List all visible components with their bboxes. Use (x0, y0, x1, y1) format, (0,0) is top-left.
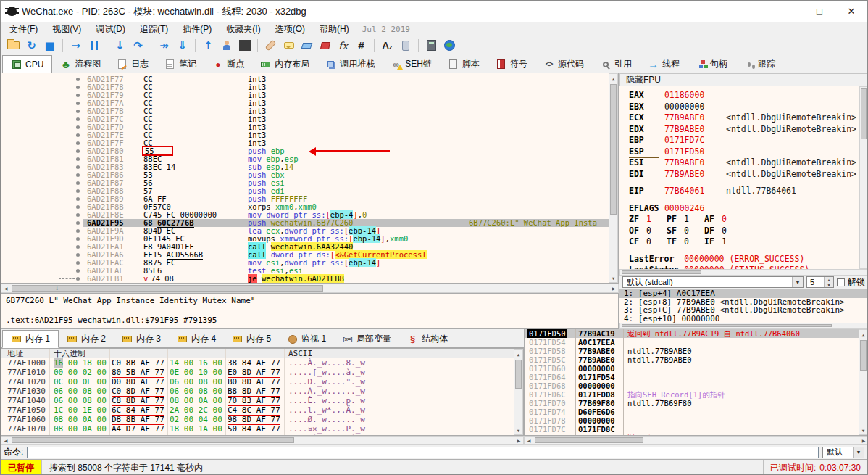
disasm-row[interactable]: 6AD21FB1v74 08je wechatwin.6AD21FBB (1, 275, 618, 283)
scroll-up-icon[interactable]: ▲ (859, 330, 867, 339)
menu-item[interactable]: 视图(V) (45, 23, 88, 36)
scroll-thumb[interactable] (535, 437, 643, 443)
tab-调用堆栈[interactable]: 调用堆栈 (317, 56, 383, 73)
run-to-user-code-icon[interactable] (155, 37, 173, 54)
argument-row[interactable]: 4: [esp+10] 00000000 (619, 315, 868, 323)
call-arguments-list[interactable]: 1: [esp+4] A0C17EEA2: [esp+8] 77B9ABE0 <… (619, 289, 868, 323)
scroll-left-icon[interactable]: ◀ (525, 437, 533, 444)
dump-row[interactable]: 77AF107008 00 0A 00A4 D7 AF 7718 00 1A 0… (1, 424, 523, 434)
tab-流程图[interactable]: 流程图 (52, 56, 109, 73)
stack-row[interactable]: 0171FD5C77B9ABE0ntdll.77B9ABE0 (525, 355, 868, 364)
disassembly-hscrollbar[interactable]: ◀ ▶ ↓ (1, 284, 619, 293)
bottom-tab-内存 5[interactable]: 内存 5 (224, 331, 279, 347)
argument-depth-spinner[interactable]: 5 ▲▼ (806, 276, 834, 288)
spin-up-icon[interactable]: ▲ (825, 277, 833, 282)
argument-row[interactable]: 3: [esp+C] 77B9ABE0 <ntdll.DbgUiRemoteBr… (619, 306, 868, 315)
stack-row[interactable]: 0171FD5877B9ABE0ntdll.77B9ABE0 (525, 347, 868, 355)
run-icon[interactable] (67, 37, 85, 54)
scroll-thumb[interactable] (622, 324, 832, 327)
tab-跟踪[interactable]: 跟踪 (735, 56, 783, 73)
registers-vscrollbar[interactable] (859, 86, 868, 269)
strings-icon[interactable] (235, 37, 254, 54)
scroll-up-icon[interactable]: ▲ (609, 74, 617, 83)
register-row[interactable]: EBP 0171FD7C (619, 135, 868, 146)
disassembly-vscrollbar[interactable]: ▲ ▼ (609, 73, 618, 283)
bottom-tab-结构体[interactable]: 结构体 (399, 331, 456, 347)
scroll-left-icon[interactable]: ◀ (1, 437, 10, 444)
register-row[interactable]: EIP 77B64061ntdll.77B64061 (619, 186, 868, 197)
registers-hscrollbar[interactable] (619, 269, 868, 276)
assemble-icon[interactable] (378, 37, 396, 54)
step-into-icon[interactable] (111, 37, 129, 54)
unlock-checkbox[interactable] (837, 278, 845, 286)
dump-row[interactable]: 77AF103006 00 08 00C0 8D AF 7706 00 08 0… (1, 387, 523, 396)
register-row[interactable]: ECX 77B9ABE0<ntdll.DbgUiRemoteBreakin> (619, 112, 868, 124)
bottom-tab-内存 1[interactable]: 内存 1 (2, 330, 59, 348)
argument-row[interactable]: 1: [esp+4] A0C17EEA (619, 289, 868, 298)
hash-icon[interactable] (352, 37, 370, 54)
scroll-thumb[interactable] (610, 84, 617, 215)
register-row[interactable]: ESI 77B9ABE0<ntdll.DbgUiRemoteBreakin> (619, 157, 868, 169)
register-row[interactable]: EAX 01186000 (619, 90, 868, 102)
dump-row[interactable]: 77AF10501C 00 1E 006C 84 AF 772A 00 2C 0… (1, 405, 523, 415)
menu-item[interactable]: 帮助(H) (312, 23, 356, 36)
function-icon[interactable] (334, 37, 352, 54)
scroll-thumb[interactable] (860, 340, 867, 371)
stack-row[interactable]: 0171FD640171FD54 (525, 373, 868, 381)
disassembly-view[interactable]: 6AD21F77CCint36AD21F78CCint36AD21F79CCin… (1, 73, 619, 284)
register-row[interactable]: EFLAGS 00000246 (619, 203, 868, 215)
spin-down-icon[interactable]: ▼ (825, 282, 833, 287)
stack-row[interactable]: 0171FD74D60FE6D6 (525, 408, 868, 416)
bottom-tab-内存 4[interactable]: 内存 4 (169, 331, 224, 347)
calculator-icon[interactable] (422, 37, 441, 54)
scroll-left-icon[interactable]: ◀ (1, 284, 10, 292)
command-mode-select[interactable]: 默认 ▼ (822, 447, 864, 458)
stack-row[interactable]: 0171FD6C0171FDD8指向SEH_Record[1]的指针 (525, 390, 868, 399)
tab-句柄[interactable]: 句柄 (688, 56, 735, 73)
bottom-tab-局部变量[interactable]: 局部变量 (334, 331, 399, 347)
minimize-button[interactable]: — (772, 1, 804, 22)
stack-vscrollbar[interactable]: ▲ ▼ (859, 329, 868, 435)
bottom-tab-内存 3[interactable]: 内存 3 (114, 331, 169, 347)
bottom-tab-监视 1[interactable]: 监视 1 (279, 331, 334, 347)
stack-row[interactable]: 0171FD6000000000 (525, 364, 868, 373)
dump-row[interactable]: 77AF106008 00 0A 00D8 8B AF 7702 00 04 0… (1, 415, 523, 424)
scroll-right-icon[interactable]: ▶ (859, 437, 868, 444)
restart-icon[interactable] (22, 37, 41, 54)
stack-row[interactable]: 0171FD6800000000 (525, 381, 868, 390)
stack-row[interactable]: 0171FD7077B69F80ntdll.77B69F80 (525, 399, 868, 408)
chevron-down-icon[interactable]: ▼ (853, 447, 864, 458)
scroll-thumb[interactable] (515, 360, 522, 389)
step-over-icon[interactable] (129, 37, 147, 54)
register-row[interactable]: EBX 00000000 (619, 102, 868, 113)
memory-dump-view[interactable]: 地址 十六进制 ASCII 77AF100016 00 18 00C0 8B A… (1, 348, 524, 436)
register-row[interactable]: LastError 00000000 (ERROR_SUCCESS) (619, 254, 868, 265)
register-row[interactable]: CF0TF0IF1 (619, 236, 868, 248)
register-row[interactable]: EDX 77B9ABE0<ntdll.DbgUiRemoteBreakin> (619, 124, 868, 136)
hide-fpu-button[interactable]: 隐藏FPU (619, 73, 868, 86)
stack-row[interactable]: 0171FD7C0171FD8C (525, 425, 868, 434)
stack-row[interactable]: 0171FD7800000000 (525, 416, 868, 425)
pause-icon[interactable] (85, 37, 103, 54)
tab-内存布局[interactable]: 内存布局 (252, 56, 317, 73)
register-row[interactable]: ZF1PF1AF0 (619, 214, 868, 226)
register-row[interactable]: OF0SF0DF0 (619, 226, 868, 237)
dump-row[interactable]: 77AF104006 00 08 00C8 8D AF 7708 00 0A 0… (1, 396, 523, 405)
execute-till-return-icon[interactable] (199, 37, 217, 54)
scroll-down-icon[interactable]: ▼ (514, 426, 522, 434)
scroll-up-icon[interactable]: ▲ (514, 350, 522, 358)
labels-icon[interactable] (298, 37, 316, 54)
call-phone-icon[interactable] (396, 37, 414, 54)
scroll-right-icon[interactable]: ▶ (514, 437, 523, 444)
stack-row[interactable]: 0171FD54A0C17EEA (525, 338, 868, 347)
globe-icon[interactable] (441, 37, 459, 54)
stack-row[interactable]: 0171FD5077B9AC19返回到 ntdll.77B9AC19 自 ntd… (525, 329, 868, 338)
stack-hscrollbar[interactable]: ◀ ▶ (524, 436, 868, 445)
maximize-button[interactable]: □ (804, 1, 835, 22)
dump-hscrollbar[interactable]: ◀ ▶ (1, 436, 524, 445)
tab-源代码[interactable]: 源代码 (535, 56, 592, 73)
dump-row[interactable]: 77AF10200C 00 0E 00D0 8D AF 7706 00 08 0… (1, 377, 523, 387)
tab-线程[interactable]: 线程 (640, 56, 688, 73)
scroll-down-icon[interactable]: ▼ (859, 426, 867, 434)
menu-item[interactable]: 收藏夹(I) (219, 23, 267, 36)
